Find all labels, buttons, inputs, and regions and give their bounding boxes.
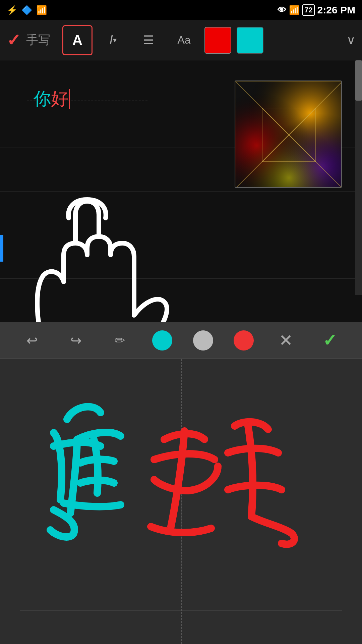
mode-label: 手写: [26, 32, 50, 48]
color-red-dot[interactable]: [234, 330, 254, 351]
font-style-button[interactable]: A: [62, 25, 93, 55]
color-white-dot[interactable]: [193, 330, 213, 351]
battery-level: 72: [304, 6, 312, 14]
confirm-check-button[interactable]: ✓: [7, 31, 21, 50]
canvas-char-ni: 你: [34, 87, 51, 111]
signal-icon: 📶: [289, 5, 300, 15]
status-bar: ⚡ 🔷 📶 👁 📶 72 2:26 PM: [0, 0, 362, 20]
battery-indicator: 72: [302, 4, 314, 16]
scroll-thumb[interactable]: [355, 60, 362, 101]
handwriting-svg: [0, 372, 362, 624]
left-accent-bar: [0, 235, 3, 262]
font-a-label: A: [72, 32, 82, 48]
canvas-char-hao: 好: [51, 87, 68, 111]
wifi-icon: 📶: [36, 5, 47, 15]
clock: 2:26 PM: [317, 4, 355, 16]
main-toolbar: ✓ 手写 A I ▾ ☰ Aa ∨: [0, 20, 362, 60]
align-icon: ☰: [143, 33, 154, 47]
undo-button[interactable]: ↩: [20, 329, 44, 352]
bottom-panel: ↩ ↪ ✏ ✕ ✓: [0, 322, 362, 644]
erase-icon: ✏: [115, 333, 125, 348]
color-picker[interactable]: [235, 80, 342, 188]
erase-button[interactable]: ✏: [108, 329, 132, 352]
cancel-x-icon: ✕: [279, 331, 293, 350]
confirm-check-icon: ✓: [323, 331, 337, 350]
cancel-hw-button[interactable]: ✕: [274, 329, 298, 352]
color-red-button[interactable]: [204, 27, 231, 54]
color-cyan-button[interactable]: [237, 27, 263, 54]
eye-icon: 👁: [278, 5, 286, 15]
confirm-hw-button[interactable]: ✓: [318, 329, 342, 352]
text-cursor: [69, 89, 70, 109]
italic-label: I: [109, 33, 113, 47]
font-aa-label: Aa: [177, 34, 190, 46]
text-underline: [27, 101, 147, 101]
bottom-toolbar: ↩ ↪ ✏ ✕ ✓: [0, 322, 362, 359]
undo-icon: ↩: [26, 333, 38, 348]
color-cyan-dot[interactable]: [152, 330, 172, 351]
main-canvas[interactable]: 你 好: [0, 60, 362, 356]
scroll-track: [355, 60, 362, 295]
bluetooth-icon: 🔷: [21, 5, 32, 15]
canvas-text-area: 你 好: [34, 87, 70, 111]
italic-button[interactable]: I ▾: [98, 25, 128, 55]
align-button[interactable]: ☰: [133, 25, 164, 55]
font-size-button[interactable]: Aa: [169, 25, 199, 55]
usb-icon: ⚡: [7, 5, 17, 15]
handwriting-area[interactable]: [0, 359, 362, 644]
more-button[interactable]: ∨: [347, 33, 355, 47]
redo-button[interactable]: ↪: [64, 329, 88, 352]
redo-icon: ↪: [70, 333, 82, 348]
